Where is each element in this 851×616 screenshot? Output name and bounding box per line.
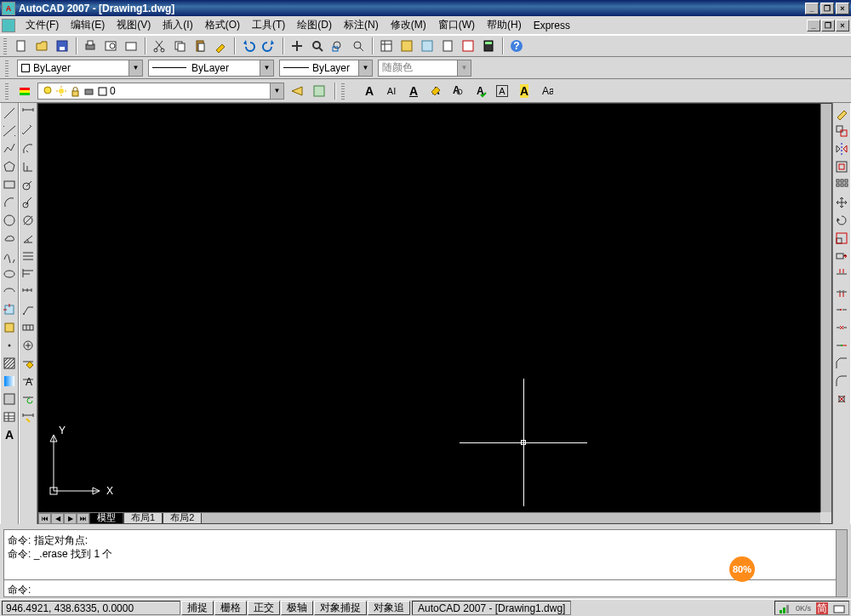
dropdown-arrow-icon[interactable]: ▼ [358,60,372,76]
menu-help[interactable]: 帮助(H) [482,16,527,34]
dim-radius-button[interactable] [20,176,37,193]
cut-button[interactable] [150,37,168,55]
copy-obj-button[interactable] [833,123,850,140]
toolbar-grip-icon[interactable] [5,60,9,77]
pan-button[interactable] [288,37,306,55]
move-button[interactable] [833,194,850,211]
dim-aligned-button[interactable] [20,123,37,140]
menu-modify[interactable]: 修改(M) [386,16,431,34]
calc-button[interactable] [479,37,498,55]
tab-layout1[interactable]: 布局1 [123,513,163,524]
zoom-win-button[interactable] [328,37,347,55]
menu-view[interactable]: 视图(V) [111,16,156,34]
scale-text-button[interactable]: A [493,82,511,100]
redo-button[interactable] [260,37,278,55]
open-button[interactable] [32,37,51,55]
sheetset-button[interactable] [438,37,457,55]
dim-diameter-button[interactable] [20,212,37,229]
revcloud-button[interactable] [1,230,18,247]
make-block-button[interactable] [1,319,18,336]
layer-prev-button[interactable] [288,82,306,100]
save-button[interactable] [53,37,71,55]
dtext-button[interactable]: AI [382,82,401,100]
textstyle-button[interactable]: A [404,82,423,100]
keyboard-icon[interactable] [833,602,845,614]
fillet-button[interactable] [833,373,850,390]
dropdown-arrow-icon[interactable]: ▼ [129,60,142,76]
taskbar-app-button[interactable]: AutoCAD 2007 - [Drawing1.dwg] [412,601,571,615]
leader-button[interactable] [20,301,37,318]
restore-button[interactable]: ❐ [820,3,834,14]
dim-linear-button[interactable] [20,105,37,122]
net-icon[interactable] [779,602,791,614]
dim-tedit-button[interactable]: A [20,373,37,390]
tab-first-button[interactable]: ⏮ [38,513,51,524]
mtext-button[interactable]: A [360,82,379,100]
ellipse-button[interactable] [1,265,18,282]
spell-button[interactable]: A [471,82,489,100]
explode-button[interactable] [833,391,850,408]
point-button[interactable] [1,337,18,354]
dim-edit-button[interactable] [20,355,37,372]
color-combo[interactable]: ByLayer ▼ [17,60,143,77]
undo-button[interactable] [239,37,258,55]
close-button[interactable]: × [836,3,849,14]
publish-button[interactable] [122,37,140,55]
mdi-close-button[interactable]: × [836,20,849,31]
drawing-canvas[interactable]: Y X [38,104,820,512]
command-input[interactable]: 命令: [4,579,847,596]
mdi-minimize-button[interactable]: _ [807,20,820,31]
qdim-button[interactable] [20,248,37,265]
mtext-draw-button[interactable]: A [1,426,18,443]
region-button[interactable] [1,391,18,408]
dim-ordinate-button[interactable] [20,158,37,175]
rectangle-button[interactable] [1,176,18,193]
dim-arc-button[interactable] [20,140,37,157]
dropdown-arrow-icon[interactable]: ▼ [457,60,471,76]
dim-jogged-button[interactable] [20,194,37,211]
polygon-button[interactable] [1,158,18,175]
osnap-toggle[interactable]: 对象捕捉 [314,601,367,615]
mirror-button[interactable] [833,140,850,157]
snap-toggle[interactable]: 捕捉 [181,601,214,615]
circle-button[interactable] [1,212,18,229]
erase-button[interactable] [833,105,850,122]
new-button[interactable] [12,37,31,55]
center-mark-button[interactable] [20,337,37,354]
layer-states-button[interactable] [310,82,328,100]
menu-dimension[interactable]: 标注(N) [339,16,384,34]
join-button[interactable] [833,337,850,354]
preview-button[interactable] [101,37,120,55]
insert-block-button[interactable] [1,301,18,318]
matchprop-button[interactable] [211,37,230,55]
find-button[interactable]: A [448,82,467,100]
array-button[interactable] [833,176,850,193]
lineweight-combo[interactable]: ByLayer ▼ [279,60,373,77]
tab-prev-button[interactable]: ◀ [51,513,64,524]
help-button[interactable]: ? [507,37,526,55]
zoom-prev-button[interactable] [349,37,368,55]
stretch-button[interactable] [833,248,850,265]
dropdown-arrow-icon[interactable]: ▼ [270,83,283,99]
ellipse-arc-button[interactable] [1,283,18,300]
dim-baseline-button[interactable] [20,265,37,282]
pline-button[interactable] [1,140,18,157]
offset-button[interactable] [833,158,850,175]
designcenter-button[interactable] [397,37,416,55]
tab-next-button[interactable]: ▶ [64,513,77,524]
table-button[interactable] [1,408,18,425]
minimize-button[interactable]: _ [805,3,819,14]
grid-toggle[interactable]: 栅格 [214,601,247,615]
menu-draw[interactable]: 绘图(D) [292,16,337,34]
line-button[interactable] [1,105,18,122]
extend-button[interactable] [833,283,850,300]
print-button[interactable] [81,37,100,55]
plotstyle-combo[interactable]: 随颜色 ▼ [378,60,471,77]
layer-combo[interactable]: 0 ▼ [37,83,284,100]
dropdown-arrow-icon[interactable]: ▼ [260,60,273,76]
menu-window[interactable]: 窗口(W) [433,16,480,34]
otrack-toggle[interactable]: 对象追 [368,601,410,615]
break-pt-button[interactable] [833,301,850,318]
tab-layout2[interactable]: 布局2 [163,513,202,524]
copy-button[interactable] [170,37,189,55]
